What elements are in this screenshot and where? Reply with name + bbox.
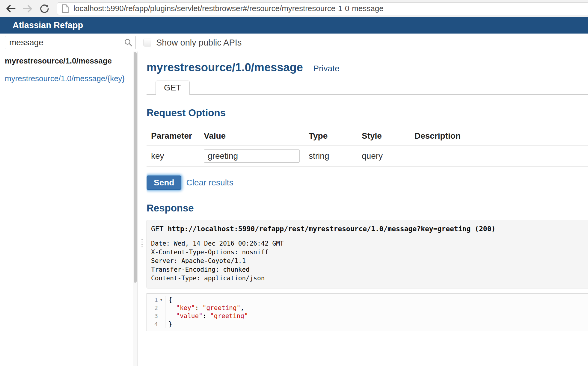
- column-description: Description: [414, 126, 588, 146]
- content-area: myrestresource/1.0/message myrestresourc…: [0, 52, 588, 366]
- response-header-line: Date: Wed, 14 Dec 2016 00:26:42 GMT: [151, 239, 584, 248]
- resource-list: myrestresource/1.0/message myrestresourc…: [0, 52, 133, 366]
- browser-chrome: localhost:5990/refapp/plugins/servlet/re…: [0, 0, 588, 17]
- url-bar[interactable]: localhost:5990/refapp/plugins/servlet/re…: [57, 2, 588, 15]
- param-type: string: [309, 146, 362, 167]
- search-toolbar: Show only public APIs: [0, 34, 588, 52]
- line-number: 3: [154, 312, 158, 320]
- response-headers: Date: Wed, 14 Dec 2016 00:26:42 GMT X-Co…: [151, 239, 584, 283]
- response-panel: GET http://localhost:5990/refapp/rest/my…: [147, 220, 588, 288]
- response-header-line: Transfer-Encoding: chunked: [151, 265, 584, 274]
- reload-icon[interactable]: [38, 2, 51, 15]
- visibility-badge: Private: [313, 64, 339, 73]
- show-public-checkbox[interactable]: [144, 39, 151, 46]
- sidebar-scrollbar[interactable]: [133, 52, 138, 366]
- send-button[interactable]: Send: [147, 176, 181, 190]
- response-header-line: X-Content-Type-Options: nosniff: [151, 248, 584, 257]
- line-number: 2: [154, 304, 158, 312]
- response-status: (200): [475, 225, 495, 233]
- app-header: Atlassian Refapp: [0, 17, 588, 34]
- divider-grip-icon[interactable]: [141, 238, 143, 248]
- collapse-toggle-icon[interactable]: ▾: [158, 296, 165, 304]
- method-tabs: GET: [147, 81, 588, 95]
- param-value-cell: [204, 146, 309, 167]
- param-description: [414, 146, 588, 167]
- column-parameter: Parameter: [147, 126, 204, 146]
- response-url: http://localhost:5990/refapp/rest/myrest…: [168, 225, 471, 233]
- column-type: Type: [309, 126, 362, 146]
- response-header-line: Content-Type: application/json: [151, 274, 584, 283]
- request-options-heading: Request Options: [147, 107, 588, 119]
- clear-results-link[interactable]: Clear results: [186, 178, 233, 187]
- param-name: key: [147, 146, 204, 167]
- column-style: Style: [362, 126, 414, 146]
- search-field-wrap: [5, 36, 136, 49]
- response-header-line: Server: Apache-Coyote/1.1: [151, 257, 584, 265]
- json-value: "greeting": [203, 304, 240, 311]
- panel-divider[interactable]: [138, 52, 147, 366]
- column-value: Value: [204, 126, 309, 146]
- sidebar-item-message-key[interactable]: myrestresource/1.0/message/{key}: [5, 74, 128, 83]
- line-number: 4: [154, 320, 158, 328]
- actions-row: Send Clear results: [147, 176, 588, 190]
- json-key: "value": [176, 312, 203, 320]
- response-body-viewer: 1▾ { 2 "key": "greeting", 3 "value": "gr…: [147, 293, 588, 331]
- resource-detail: myrestresource/1.0/message Private GET R…: [147, 52, 588, 366]
- json-line: 2 "key": "greeting",: [147, 304, 588, 312]
- param-style: query: [362, 146, 414, 167]
- json-value: "greeting": [210, 312, 248, 320]
- browser-window: localhost:5990/refapp/plugins/servlet/re…: [0, 0, 588, 366]
- show-public-label: Show only public APIs: [156, 38, 242, 48]
- app-title: Atlassian Refapp: [13, 20, 83, 30]
- table-header-row: Parameter Value Type Style Description: [147, 126, 588, 146]
- scrollbar-thumb[interactable]: [134, 52, 137, 283]
- forward-arrow-icon[interactable]: [21, 2, 34, 15]
- search-input[interactable]: [5, 36, 136, 49]
- response-request-line: GET http://localhost:5990/refapp/rest/my…: [151, 225, 584, 233]
- line-number: 1: [154, 296, 158, 304]
- response-method: GET: [151, 225, 164, 233]
- page-icon: [61, 4, 69, 13]
- url-text: localhost:5990/refapp/plugins/servlet/re…: [73, 4, 384, 13]
- search-icon[interactable]: [124, 38, 133, 47]
- json-key: "key": [176, 304, 195, 311]
- back-arrow-icon[interactable]: [4, 2, 17, 15]
- param-value-input[interactable]: [204, 149, 300, 163]
- json-line: 1▾ {: [147, 296, 588, 304]
- json-line: 3 "value": "greeting": [147, 312, 588, 320]
- table-row: key string query: [147, 146, 588, 167]
- sidebar-item-message[interactable]: myrestresource/1.0/message: [5, 56, 128, 66]
- request-options-table: Parameter Value Type Style Description k…: [147, 126, 588, 167]
- page-title: myrestresource/1.0/message: [147, 61, 303, 74]
- response-heading: Response: [147, 202, 588, 214]
- page-title-row: myrestresource/1.0/message Private: [147, 61, 588, 74]
- tab-get[interactable]: GET: [156, 81, 190, 95]
- json-line: 4 }: [147, 320, 588, 328]
